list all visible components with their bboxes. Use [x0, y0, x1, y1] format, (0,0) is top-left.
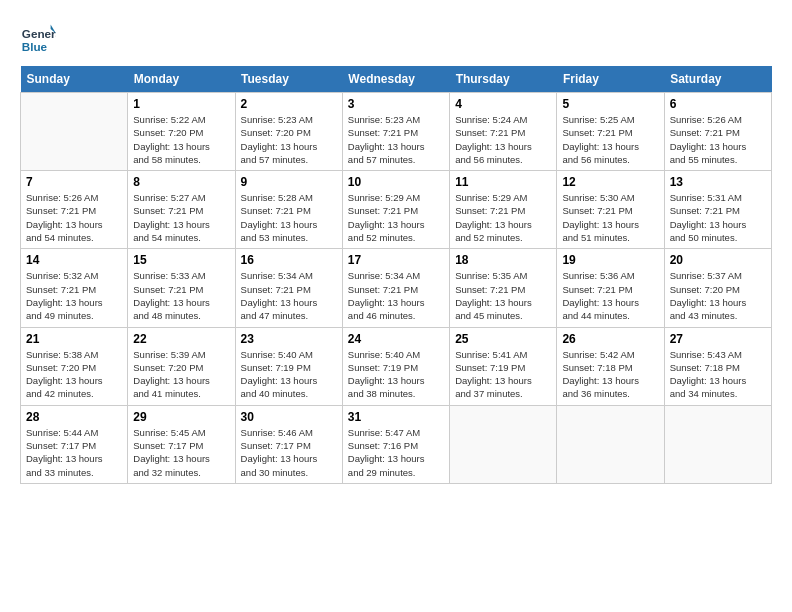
day-info: Sunrise: 5:47 AMSunset: 7:16 PMDaylight:…: [348, 426, 444, 479]
day-info: Sunrise: 5:23 AMSunset: 7:20 PMDaylight:…: [241, 113, 337, 166]
calendar-cell: 31Sunrise: 5:47 AMSunset: 7:16 PMDayligh…: [342, 405, 449, 483]
calendar-cell: 11Sunrise: 5:29 AMSunset: 7:21 PMDayligh…: [450, 171, 557, 249]
day-info: Sunrise: 5:31 AMSunset: 7:21 PMDaylight:…: [670, 191, 766, 244]
calendar-cell: [21, 93, 128, 171]
day-number: 20: [670, 253, 766, 267]
calendar-cell: [664, 405, 771, 483]
day-number: 24: [348, 332, 444, 346]
header-saturday: Saturday: [664, 66, 771, 93]
calendar-cell: 30Sunrise: 5:46 AMSunset: 7:17 PMDayligh…: [235, 405, 342, 483]
calendar-cell: 18Sunrise: 5:35 AMSunset: 7:21 PMDayligh…: [450, 249, 557, 327]
day-number: 14: [26, 253, 122, 267]
calendar-cell: 17Sunrise: 5:34 AMSunset: 7:21 PMDayligh…: [342, 249, 449, 327]
day-number: 8: [133, 175, 229, 189]
day-number: 15: [133, 253, 229, 267]
calendar-cell: 1Sunrise: 5:22 AMSunset: 7:20 PMDaylight…: [128, 93, 235, 171]
day-info: Sunrise: 5:35 AMSunset: 7:21 PMDaylight:…: [455, 269, 551, 322]
calendar-cell: 8Sunrise: 5:27 AMSunset: 7:21 PMDaylight…: [128, 171, 235, 249]
calendar-cell: 26Sunrise: 5:42 AMSunset: 7:18 PMDayligh…: [557, 327, 664, 405]
day-info: Sunrise: 5:37 AMSunset: 7:20 PMDaylight:…: [670, 269, 766, 322]
day-info: Sunrise: 5:44 AMSunset: 7:17 PMDaylight:…: [26, 426, 122, 479]
calendar-cell: 16Sunrise: 5:34 AMSunset: 7:21 PMDayligh…: [235, 249, 342, 327]
day-number: 12: [562, 175, 658, 189]
week-row-3: 14Sunrise: 5:32 AMSunset: 7:21 PMDayligh…: [21, 249, 772, 327]
day-number: 26: [562, 332, 658, 346]
header-friday: Friday: [557, 66, 664, 93]
day-info: Sunrise: 5:26 AMSunset: 7:21 PMDaylight:…: [670, 113, 766, 166]
day-info: Sunrise: 5:46 AMSunset: 7:17 PMDaylight:…: [241, 426, 337, 479]
day-number: 5: [562, 97, 658, 111]
day-number: 29: [133, 410, 229, 424]
calendar-cell: 15Sunrise: 5:33 AMSunset: 7:21 PMDayligh…: [128, 249, 235, 327]
calendar-cell: 5Sunrise: 5:25 AMSunset: 7:21 PMDaylight…: [557, 93, 664, 171]
day-info: Sunrise: 5:40 AMSunset: 7:19 PMDaylight:…: [241, 348, 337, 401]
calendar-cell: 2Sunrise: 5:23 AMSunset: 7:20 PMDaylight…: [235, 93, 342, 171]
calendar-cell: 20Sunrise: 5:37 AMSunset: 7:20 PMDayligh…: [664, 249, 771, 327]
calendar-cell: 12Sunrise: 5:30 AMSunset: 7:21 PMDayligh…: [557, 171, 664, 249]
day-number: 23: [241, 332, 337, 346]
calendar-cell: 6Sunrise: 5:26 AMSunset: 7:21 PMDaylight…: [664, 93, 771, 171]
calendar-cell: 13Sunrise: 5:31 AMSunset: 7:21 PMDayligh…: [664, 171, 771, 249]
day-info: Sunrise: 5:29 AMSunset: 7:21 PMDaylight:…: [455, 191, 551, 244]
day-info: Sunrise: 5:34 AMSunset: 7:21 PMDaylight:…: [348, 269, 444, 322]
day-info: Sunrise: 5:25 AMSunset: 7:21 PMDaylight:…: [562, 113, 658, 166]
calendar-header-row: SundayMondayTuesdayWednesdayThursdayFrid…: [21, 66, 772, 93]
calendar-cell: 24Sunrise: 5:40 AMSunset: 7:19 PMDayligh…: [342, 327, 449, 405]
day-number: 4: [455, 97, 551, 111]
svg-text:Blue: Blue: [22, 40, 48, 53]
day-number: 21: [26, 332, 122, 346]
calendar-cell: 28Sunrise: 5:44 AMSunset: 7:17 PMDayligh…: [21, 405, 128, 483]
day-number: 19: [562, 253, 658, 267]
calendar-cell: [557, 405, 664, 483]
calendar-cell: 3Sunrise: 5:23 AMSunset: 7:21 PMDaylight…: [342, 93, 449, 171]
calendar-cell: 25Sunrise: 5:41 AMSunset: 7:19 PMDayligh…: [450, 327, 557, 405]
day-info: Sunrise: 5:40 AMSunset: 7:19 PMDaylight:…: [348, 348, 444, 401]
day-info: Sunrise: 5:32 AMSunset: 7:21 PMDaylight:…: [26, 269, 122, 322]
day-info: Sunrise: 5:30 AMSunset: 7:21 PMDaylight:…: [562, 191, 658, 244]
day-info: Sunrise: 5:38 AMSunset: 7:20 PMDaylight:…: [26, 348, 122, 401]
day-number: 16: [241, 253, 337, 267]
day-number: 3: [348, 97, 444, 111]
calendar-cell: 21Sunrise: 5:38 AMSunset: 7:20 PMDayligh…: [21, 327, 128, 405]
day-number: 30: [241, 410, 337, 424]
header-thursday: Thursday: [450, 66, 557, 93]
day-number: 11: [455, 175, 551, 189]
week-row-4: 21Sunrise: 5:38 AMSunset: 7:20 PMDayligh…: [21, 327, 772, 405]
calendar-cell: 19Sunrise: 5:36 AMSunset: 7:21 PMDayligh…: [557, 249, 664, 327]
day-number: 10: [348, 175, 444, 189]
day-info: Sunrise: 5:22 AMSunset: 7:20 PMDaylight:…: [133, 113, 229, 166]
day-number: 2: [241, 97, 337, 111]
day-info: Sunrise: 5:39 AMSunset: 7:20 PMDaylight:…: [133, 348, 229, 401]
calendar-cell: 9Sunrise: 5:28 AMSunset: 7:21 PMDaylight…: [235, 171, 342, 249]
day-number: 7: [26, 175, 122, 189]
day-info: Sunrise: 5:27 AMSunset: 7:21 PMDaylight:…: [133, 191, 229, 244]
day-info: Sunrise: 5:43 AMSunset: 7:18 PMDaylight:…: [670, 348, 766, 401]
day-number: 1: [133, 97, 229, 111]
day-number: 17: [348, 253, 444, 267]
header-tuesday: Tuesday: [235, 66, 342, 93]
day-number: 6: [670, 97, 766, 111]
calendar-cell: 22Sunrise: 5:39 AMSunset: 7:20 PMDayligh…: [128, 327, 235, 405]
calendar-cell: 10Sunrise: 5:29 AMSunset: 7:21 PMDayligh…: [342, 171, 449, 249]
day-number: 18: [455, 253, 551, 267]
calendar-cell: 27Sunrise: 5:43 AMSunset: 7:18 PMDayligh…: [664, 327, 771, 405]
day-info: Sunrise: 5:24 AMSunset: 7:21 PMDaylight:…: [455, 113, 551, 166]
calendar-cell: 29Sunrise: 5:45 AMSunset: 7:17 PMDayligh…: [128, 405, 235, 483]
day-number: 28: [26, 410, 122, 424]
calendar-cell: [450, 405, 557, 483]
calendar-cell: 4Sunrise: 5:24 AMSunset: 7:21 PMDaylight…: [450, 93, 557, 171]
day-info: Sunrise: 5:41 AMSunset: 7:19 PMDaylight:…: [455, 348, 551, 401]
calendar-cell: 23Sunrise: 5:40 AMSunset: 7:19 PMDayligh…: [235, 327, 342, 405]
header-sunday: Sunday: [21, 66, 128, 93]
day-number: 31: [348, 410, 444, 424]
header-monday: Monday: [128, 66, 235, 93]
day-info: Sunrise: 5:28 AMSunset: 7:21 PMDaylight:…: [241, 191, 337, 244]
calendar-table: SundayMondayTuesdayWednesdayThursdayFrid…: [20, 66, 772, 484]
day-info: Sunrise: 5:29 AMSunset: 7:21 PMDaylight:…: [348, 191, 444, 244]
day-number: 27: [670, 332, 766, 346]
day-info: Sunrise: 5:23 AMSunset: 7:21 PMDaylight:…: [348, 113, 444, 166]
day-info: Sunrise: 5:33 AMSunset: 7:21 PMDaylight:…: [133, 269, 229, 322]
logo: General Blue: [20, 20, 60, 56]
day-number: 25: [455, 332, 551, 346]
header: General Blue: [20, 20, 772, 56]
